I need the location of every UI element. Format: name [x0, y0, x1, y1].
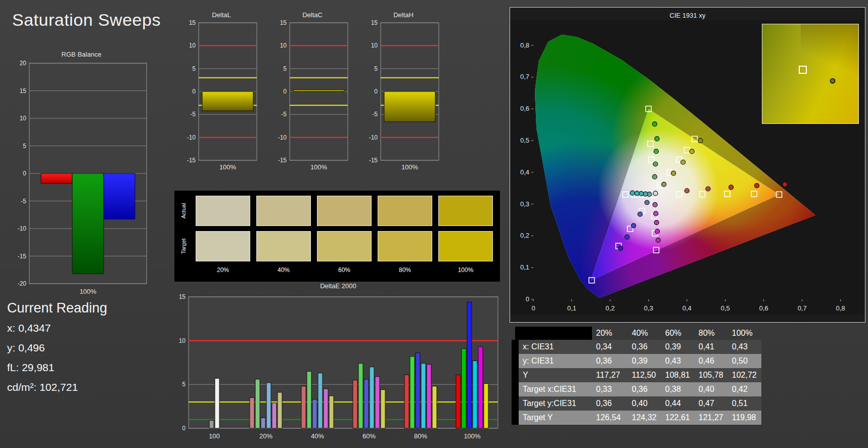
swatch-row-label: Target: [177, 231, 190, 261]
swatch-target-80%: [378, 231, 432, 261]
svg-text:0: 0: [23, 170, 26, 177]
svg-text:0,8: 0,8: [520, 41, 529, 49]
table-row: Target y:CIE310,360,400,440,470,51: [515, 396, 761, 411]
table-row: x: CIE310,340,360,390,410,43: [515, 340, 761, 354]
swatch-col-label: 80%: [378, 266, 432, 277]
delta-c-chart: DeltaC 151050-5-10-15100%: [275, 11, 350, 175]
svg-text:-20: -20: [18, 280, 27, 287]
delta-l-title: DeltaL: [184, 11, 259, 20]
svg-text:-10: -10: [187, 134, 196, 141]
svg-text:100%: 100%: [310, 163, 328, 171]
delta-c-plot: 151050-5-10-15100%: [275, 20, 350, 173]
svg-text:-10: -10: [18, 225, 27, 232]
table-cell: 0,51: [728, 396, 761, 411]
rgb-balance-title: RGB Balance: [13, 51, 150, 59]
measured-marker-icon: [830, 78, 835, 83]
table-header-row: 20%40%60%80%100%: [515, 327, 761, 340]
svg-text:-5: -5: [190, 111, 196, 118]
svg-text:10: 10: [371, 42, 378, 49]
svg-text:20: 20: [20, 60, 27, 67]
reading-cdm2: cd/m²: 102,721: [7, 381, 107, 393]
svg-text:0,4: 0,4: [520, 168, 529, 176]
table-cell: 121,27: [695, 411, 728, 425]
swatch-target-20%: [196, 231, 250, 261]
svg-text:15: 15: [20, 87, 27, 95]
table-cell: 126,54: [592, 411, 628, 425]
svg-text:-5: -5: [21, 198, 26, 205]
svg-text:0: 0: [192, 88, 196, 95]
swatch-col-label: 60%: [317, 266, 372, 277]
rgb-balance-plot: 20151050-5-10-15-20100%: [13, 59, 150, 298]
delta-e-plot: 15105010020%40%60%80%100%: [173, 291, 503, 442]
page-title: Saturation Sweeps: [12, 10, 161, 30]
delta-e-2000-chart: DeltaE 2000 15105010020%40%60%80%100%: [173, 282, 503, 444]
swatch-compare-panel: ActualTarget20%40%60%80%100%: [174, 191, 500, 282]
table-cell: 0,43: [728, 340, 761, 354]
svg-text:-10: -10: [278, 134, 287, 141]
reading-y: y: 0,496: [7, 342, 107, 354]
swatch-actual-100%: [438, 196, 493, 226]
svg-text:0,2: 0,2: [606, 304, 615, 312]
swatch-col-label: 40%: [256, 266, 311, 277]
svg-text:0,4: 0,4: [682, 304, 692, 312]
svg-text:100%: 100%: [219, 163, 237, 171]
svg-text:5: 5: [23, 143, 26, 150]
current-reading: Current Reading x: 0,4347 y: 0,496 fL: 2…: [7, 300, 107, 401]
table-col-header: 100%: [728, 327, 761, 340]
swatch-target-100%: [438, 231, 493, 261]
table-cell: 117,27: [592, 368, 628, 382]
current-reading-title: Current Reading: [7, 300, 107, 316]
delta-l-chart: DeltaL 151050-5-10-15100%: [184, 11, 259, 175]
table-row: Target x:CIE310,330,360,380,400,42: [515, 382, 761, 396]
table-col-header: 20%: [592, 327, 628, 340]
table-cell: 0,50: [728, 354, 761, 368]
table-cell: 0,36: [628, 340, 661, 354]
svg-text:15: 15: [371, 20, 378, 26]
svg-text:20%: 20%: [259, 432, 272, 440]
svg-text:15: 15: [280, 20, 287, 26]
svg-text:5: 5: [374, 65, 378, 72]
swatch-col-label: 100%: [438, 266, 493, 277]
swatch-col-label: 20%: [196, 266, 250, 277]
saturation-sweeps-screen: Saturation Sweeps RGB Balance 20151050-5…: [0, 0, 868, 448]
table-cell: 0,44: [661, 396, 695, 411]
svg-text:0,1: 0,1: [567, 304, 576, 312]
svg-text:0,6: 0,6: [520, 105, 529, 112]
table-row-label: y: CIE31: [515, 354, 592, 368]
svg-text:10: 10: [280, 42, 287, 49]
table-cell: 0,46: [695, 354, 728, 368]
cie-1931-chart: CIE 1931 xy 00,10,20,30,40,50,60,70,800,…: [510, 7, 865, 323]
svg-text:-15: -15: [187, 157, 196, 164]
table-cell: 0,36: [592, 354, 628, 368]
svg-text:-15: -15: [18, 253, 27, 260]
table-row-label: Target y:CIE31: [515, 396, 592, 411]
swatch-actual-40%: [256, 196, 311, 226]
table-cell: 0,39: [628, 354, 661, 368]
table-cell: 112,50: [628, 368, 661, 382]
svg-text:40%: 40%: [311, 432, 324, 440]
table-row-label: Target x:CIE31: [515, 382, 592, 396]
delta-h-chart: DeltaH 151050-5-10-15100%: [366, 11, 441, 175]
target-marker-icon: [799, 66, 807, 74]
table-col-header: 40%: [628, 327, 661, 340]
measurement-table: 20%40%60%80%100%x: CIE310,340,360,390,41…: [512, 327, 765, 425]
table-col-header: 60%: [661, 327, 695, 340]
svg-text:100%: 100%: [464, 432, 481, 440]
svg-text:0,3: 0,3: [520, 200, 529, 208]
table-cell: 0,36: [628, 382, 661, 396]
svg-text:0: 0: [182, 425, 186, 432]
reading-x: x: 0,4347: [7, 322, 107, 334]
table-cell: 0,40: [695, 382, 728, 396]
swatch-target-60%: [317, 231, 372, 261]
table-cell: 0,42: [728, 382, 761, 396]
table-cell: 0,43: [661, 354, 695, 368]
table-cell: 0,40: [628, 396, 661, 411]
delta-h-plot: 151050-5-10-15100%: [366, 20, 441, 173]
table-cell: 119,98: [728, 411, 761, 425]
svg-text:15: 15: [179, 293, 186, 300]
svg-text:5: 5: [182, 381, 186, 388]
table-cell: 122,61: [661, 411, 695, 425]
table-cell: 108,81: [661, 368, 695, 382]
svg-text:0,1: 0,1: [520, 263, 529, 271]
swatch-actual-20%: [196, 196, 250, 226]
